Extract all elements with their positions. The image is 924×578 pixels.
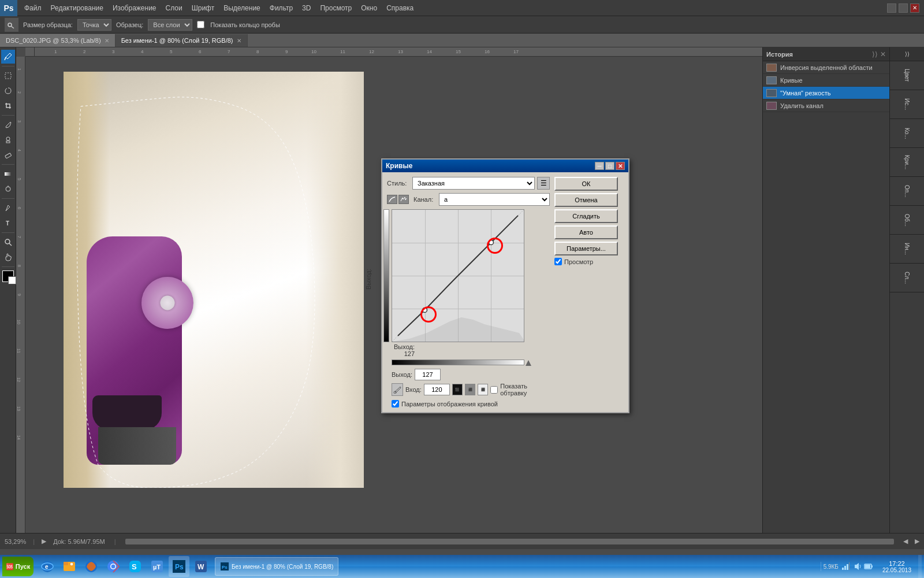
far-right-btn-5[interactable]: Оп...	[890, 177, 924, 206]
menu-view[interactable]: Просмотр	[315, 0, 356, 16]
smooth-button[interactable]: Сгладить	[554, 209, 618, 223]
menu-layers[interactable]: Слои	[161, 0, 187, 16]
navigation-btn-left[interactable]: ◀	[903, 538, 908, 545]
taskbar-chrome[interactable]	[103, 556, 124, 577]
tool-gradient[interactable]	[1, 167, 15, 181]
curves-maximize-btn[interactable]: □	[605, 162, 614, 170]
menu-font[interactable]: Шрифт	[187, 0, 219, 16]
history-item-2[interactable]: "Умная" резкость	[763, 87, 889, 99]
sound-icon	[852, 562, 862, 571]
curves-graph[interactable]	[392, 209, 524, 342]
tool-lasso[interactable]	[1, 84, 15, 98]
sample-select[interactable]: Все слои	[148, 19, 192, 31]
menu-select[interactable]: Выделение	[219, 0, 265, 16]
input-value-input[interactable]	[424, 384, 450, 395]
history-item-3[interactable]: Удалить канал	[763, 99, 889, 112]
preview-checkbox[interactable]	[554, 258, 562, 265]
far-right-btn-1[interactable]: Цвет	[890, 61, 924, 90]
history-expand-btn[interactable]: ⟩⟩	[872, 50, 878, 58]
menu-3d[interactable]: 3D	[297, 0, 315, 16]
navigation-btn-right[interactable]: ▶	[915, 538, 919, 545]
far-right-btn-2[interactable]: Ис...	[890, 90, 924, 119]
show-clipping-checkbox[interactable]	[490, 386, 498, 394]
taskbar-active-app[interactable]: Ps Без имени-1 @ 80% (Слой 19, RGB/8)	[215, 557, 338, 576]
auto-button[interactable]: Авто	[554, 225, 618, 239]
foreground-color[interactable]	[2, 271, 14, 282]
history-close-btn[interactable]: ✕	[880, 50, 886, 58]
menu-window[interactable]: Окно	[356, 0, 382, 16]
tool-stamp[interactable]	[1, 133, 15, 147]
maximize-btn[interactable]	[899, 3, 908, 13]
tab-close-untitled[interactable]: ✕	[237, 38, 241, 44]
taskbar-word[interactable]: W	[191, 556, 211, 577]
show-ring-checkbox[interactable]	[197, 21, 204, 28]
menu-edit[interactable]: Редактирование	[46, 0, 108, 16]
taskbar-utorrent[interactable]: µT	[147, 556, 167, 577]
curve-icon-btn[interactable]	[387, 195, 397, 204]
triangle-icon: ▶	[42, 538, 46, 545]
tool-hand[interactable]	[1, 250, 15, 264]
eyedropper-gray[interactable]: ◾	[465, 384, 475, 395]
taskbar-clock[interactable]: 17:22 22.05.2013	[878, 560, 916, 573]
tool-brush[interactable]	[1, 118, 15, 132]
ok-button[interactable]: ОК	[554, 177, 618, 191]
options-button[interactable]: Параметры...	[554, 242, 618, 255]
tool-zoom[interactable]	[1, 235, 15, 249]
curves-content: Стиль: Заказная ☰	[382, 172, 628, 412]
tab-untitled[interactable]: Без имени-1 @ 80% (Слой 19, RGB/8) ✕	[116, 34, 248, 47]
taskbar-skype[interactable]: S	[125, 556, 146, 577]
tool-eraser[interactable]	[1, 148, 15, 162]
taskbar-firefox[interactable]	[81, 556, 102, 577]
curves-titlebar[interactable]: Кривые ─ □ ✕	[382, 160, 628, 172]
history-item-1[interactable]: Кривые	[763, 74, 889, 87]
start-button[interactable]: 🆘 Пуск	[2, 557, 33, 576]
menu-help[interactable]: Справка	[382, 0, 418, 16]
pencil-icon-btn[interactable]	[398, 195, 409, 204]
tab-dsc[interactable]: DSC_0020.JPG @ 53,3% (Lab/8) ✕	[0, 34, 116, 47]
show-desktop-btn[interactable]	[918, 555, 922, 578]
tool-marquee[interactable]	[1, 69, 15, 83]
tool-dodge[interactable]	[1, 182, 15, 196]
far-right-btn-7[interactable]: Ин...	[890, 235, 924, 264]
size-select[interactable]: Точка	[77, 19, 111, 31]
output-value-input[interactable]	[415, 369, 441, 380]
preset-menu-btn[interactable]: ☰	[537, 177, 550, 190]
menu-file[interactable]: Файл	[20, 0, 46, 16]
history-thumb-0	[766, 64, 777, 72]
menu-image[interactable]: Изображение	[108, 0, 161, 16]
preset-select[interactable]: Заказная	[412, 177, 535, 190]
tool-separator-4	[2, 198, 14, 199]
tool-pen[interactable]	[1, 201, 15, 215]
far-right-btn-3[interactable]: Ко...	[890, 119, 924, 148]
gradient-slider-btn[interactable]	[526, 360, 531, 365]
tool-options-icon[interactable]	[5, 18, 18, 32]
close-btn[interactable]: ✕	[910, 3, 919, 13]
taskbar-ie[interactable]: e	[37, 556, 58, 577]
tool-text[interactable]: T	[1, 216, 15, 230]
svg-text:W: W	[198, 563, 204, 571]
doc-info: Доk: 5.96М/7.95М	[53, 538, 105, 545]
far-right-btn-4[interactable]: Кри...	[890, 148, 924, 177]
curves-close-btn[interactable]: ✕	[616, 162, 625, 170]
output-side-label: Выход:	[365, 269, 372, 290]
show-clipping-label: Показать обтравку	[500, 383, 550, 397]
history-item-0[interactable]: Инверсия выделенной области	[763, 61, 889, 74]
eyedropper-black[interactable]: ◾	[452, 384, 463, 395]
menu-filter[interactable]: Фильтр	[265, 0, 297, 16]
taskbar-explorer[interactable]	[59, 556, 80, 577]
minimize-btn[interactable]	[887, 3, 896, 13]
curves-minimize-btn[interactable]: ─	[595, 162, 604, 170]
cancel-button[interactable]: Отмена	[554, 193, 618, 207]
channel-select[interactable]: a	[439, 193, 550, 206]
far-right-btn-6[interactable]: Об...	[890, 206, 924, 235]
far-right-expand[interactable]: ⟩⟩	[905, 51, 910, 57]
eyedropper-white[interactable]: ◾	[478, 384, 488, 395]
sample-btn[interactable]	[392, 383, 403, 396]
tool-eyedropper[interactable]	[1, 50, 15, 64]
far-right-btn-8[interactable]: Сл...	[890, 264, 924, 292]
curve-options-checkbox[interactable]	[392, 400, 399, 407]
tab-close-dsc[interactable]: ✕	[105, 38, 109, 44]
taskbar-ps-app[interactable]: Ps	[169, 556, 189, 577]
preview-row: Просмотр	[554, 258, 624, 265]
tool-crop[interactable]	[1, 99, 15, 113]
